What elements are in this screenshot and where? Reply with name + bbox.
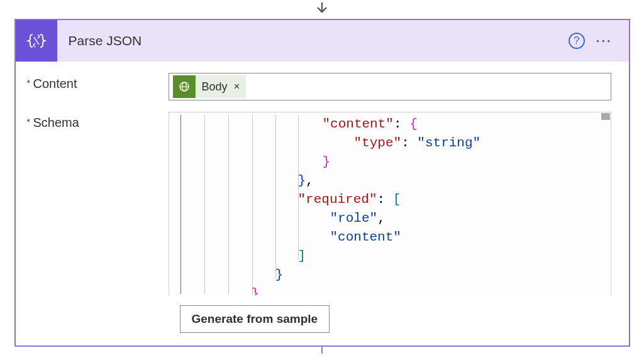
card-body: Content Body × Schema xyxy=(16,62,629,345)
parse-json-card[interactable]: Parse JSON ? ··· Content Body × xyxy=(14,19,630,347)
card-header[interactable]: Parse JSON ? ··· xyxy=(16,20,629,62)
schema-label: Schema xyxy=(27,112,169,130)
more-menu-icon[interactable]: ··· xyxy=(596,34,613,48)
content-label: Content xyxy=(27,73,169,91)
code-content: "content": {"type": "string"}},"required… xyxy=(169,112,611,295)
schema-field-row: Schema "content": {"type": "string"}},"r… xyxy=(27,112,611,295)
json-braces-icon xyxy=(16,20,57,62)
flow-arrow-down-icon xyxy=(314,0,330,18)
generate-from-sample-button[interactable]: Generate from sample xyxy=(180,305,330,333)
schema-editor[interactable]: "content": {"type": "string"}},"required… xyxy=(169,112,611,295)
content-field-row: Content Body × xyxy=(27,73,611,100)
close-icon[interactable]: × xyxy=(234,80,240,93)
card-title: Parse JSON xyxy=(57,33,569,48)
globe-icon xyxy=(173,75,196,98)
help-icon[interactable]: ? xyxy=(569,33,585,49)
content-input[interactable]: Body × xyxy=(169,73,611,100)
tag-label: Body xyxy=(202,80,228,94)
body-tag[interactable]: Body × xyxy=(173,75,247,98)
flow-connector-down xyxy=(321,347,323,354)
